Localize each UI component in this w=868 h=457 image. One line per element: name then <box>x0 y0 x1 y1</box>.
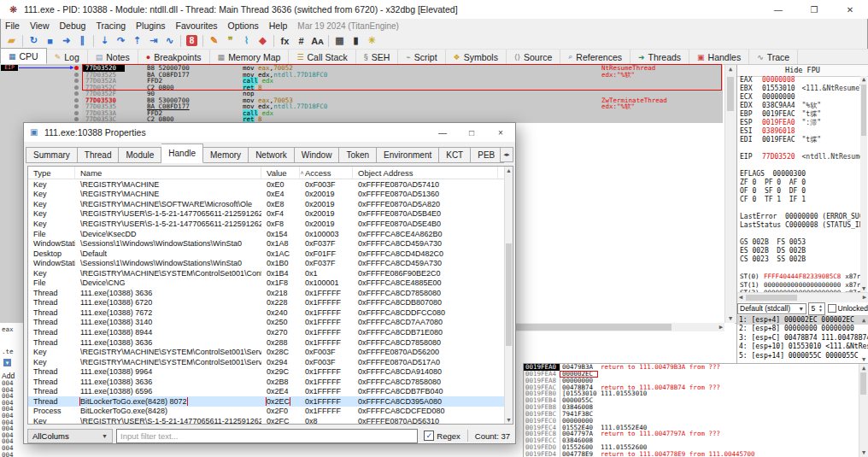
argument-row[interactable]: 4: [esp+10] 01553010 <111.&NtResumeThre <box>737 343 868 351</box>
menu-item-help[interactable]: Help <box>264 19 293 32</box>
dialog-tab-summary[interactable]: Summary <box>26 147 78 163</box>
hide-fpu-button[interactable]: Hide FPU <box>737 65 868 77</box>
table-row[interactable]: Thread111.exe(10388) 31400x2500x1FFFFF0x… <box>28 318 513 328</box>
table-row[interactable]: WindowStation\Sessions\1\Windows\WindowS… <box>28 258 513 268</box>
column-header-type[interactable]: Type <box>28 167 75 179</box>
tab-call-stack[interactable]: ☰Call Stack <box>289 50 355 64</box>
run-icon[interactable]: ➜ <box>58 34 74 48</box>
menu-item-view[interactable]: View <box>25 19 55 32</box>
stack-row[interactable]: 0019FED4004778E9return to 111.004778E9 f… <box>524 451 868 457</box>
table-row[interactable]: Key\REGISTRY\MACHINE\SYSTEM\ControlSet00… <box>28 357 513 367</box>
breakpoint-dot[interactable] <box>74 111 79 115</box>
unlocked-checkbox-box[interactable] <box>828 304 836 313</box>
tab-references[interactable]: ⌕References <box>560 50 630 64</box>
animate-icon[interactable]: ∿ <box>161 34 178 48</box>
step-over-icon[interactable]: ↷ <box>113 34 129 48</box>
dialog-tab-handle[interactable]: Handle <box>161 144 203 163</box>
tab-cpu[interactable]: ▦CPU <box>0 48 47 64</box>
pause-icon[interactable]: ∥ <box>74 34 91 48</box>
breakpoint-dot[interactable] <box>74 73 79 77</box>
table-row[interactable]: Key\REGISTRY\MACHINE\SYSTEM\ControlSet00… <box>28 347 513 357</box>
table-row[interactable]: Thread111.exe(10388) 36360x2B80x1FFFFF0x… <box>28 377 513 387</box>
menu-item-file[interactable]: File <box>0 19 25 32</box>
breakpoint-count-icon[interactable]: 8 <box>184 34 200 48</box>
table-row[interactable]: Key\REGISTRY\MACHINE\SOFTWARE\Microsoft\… <box>28 199 513 209</box>
highlight-icon[interactable]: ⌇ <box>238 34 255 48</box>
register-row-edx[interactable]: EDX038C9AA4"%软" <box>737 102 861 110</box>
argument-row[interactable]: 2: [esp+8] 00000000 00000000 <box>737 325 868 333</box>
open-file-icon[interactable]: ▰ <box>3 34 20 48</box>
column-header-object-address[interactable]: Object Address <box>353 167 498 179</box>
table-row[interactable]: Thread111.exe(10388) 36360x2180x1FFFFF0x… <box>28 288 513 298</box>
breakpoint-dot[interactable] <box>74 91 79 96</box>
tab-scroll-arrows[interactable]: ◂▸ <box>500 147 513 162</box>
table-row[interactable]: Thread111.exe(10388) 99640x29C0x1FFFFF0x… <box>28 366 513 377</box>
step-into-icon[interactable]: ⇣ <box>97 34 113 48</box>
dialog-tab-memory[interactable]: Memory <box>203 147 249 163</box>
table-row[interactable]: Thread111.exe(10388) 67200x2280x1FFFFF0x… <box>28 298 513 308</box>
register-row-ebp[interactable]: EBP0019FEAC"t堞" <box>737 110 861 119</box>
stack-pane[interactable]: 0019FEA000479B3Areturn to 111.00479B3A f… <box>523 363 868 457</box>
disasm-row[interactable]: 77D0352CC2 0800ret 8 <box>82 85 723 91</box>
breakpoint-dot[interactable] <box>74 98 79 103</box>
register-row-esi[interactable]: ESI03896018 <box>737 127 861 136</box>
table-row[interactable]: Thread111.exe(10388) 89440x2700x1FFFFF0x… <box>28 327 513 337</box>
table-row[interactable]: Key\REGISTRY\USER\S-1-5-21-1477065611-21… <box>28 219 513 229</box>
hash-icon[interactable]: # <box>293 34 309 48</box>
table-vscrollbar[interactable]: ▲▼ <box>504 167 513 424</box>
filter-input[interactable] <box>116 429 418 443</box>
argument-row[interactable]: 3: [esp+C] 00478B74 111.00478B74 <box>737 334 868 343</box>
table-row[interactable]: Key\REGISTRY\USER\S-1-5-21-1477065611-21… <box>28 209 513 220</box>
dialog-tab-network[interactable]: Network <box>249 147 295 163</box>
comment-icon[interactable]: ❞ <box>222 34 238 48</box>
disassembly-vscrollbar[interactable]: ▲▼ <box>724 65 736 323</box>
tab-trace[interactable]: ∿Trace <box>749 50 798 64</box>
tab-log[interactable]: ✎Log <box>47 50 88 64</box>
restore-button[interactable]: ❐ <box>796 0 832 19</box>
breakpoint-dot[interactable] <box>74 79 79 83</box>
column-header-access[interactable]: Access <box>300 167 353 179</box>
register-row-esp[interactable]: ESP0019FEA0":滞" <box>737 119 861 127</box>
patch-icon[interactable]: ✎ <box>206 34 222 48</box>
tab-memory-map[interactable]: ▦Memory Map <box>210 50 290 64</box>
tab-notes[interactable]: ▤Notes <box>88 50 138 64</box>
tab-script[interactable]: ⌁Script <box>398 50 445 64</box>
tab-handles[interactable]: ▣Handles <box>689 50 749 64</box>
dump-toolbar-icon[interactable]: ▾ <box>3 359 11 366</box>
dialog-maximize-button[interactable]: □ <box>457 123 486 142</box>
restart-icon[interactable]: ↻ <box>26 34 42 48</box>
tab-breakpoints[interactable]: ●Breakpoints <box>138 50 210 64</box>
argument-row[interactable]: 1: [esp+4] 000002EC 000002EC <box>737 316 868 325</box>
breakpoint-dot[interactable] <box>74 117 79 121</box>
calling-convention-select[interactable]: Default (stdcall)▼ <box>737 303 806 314</box>
table-row[interactable]: Key\REGISTRY\MACHINE0xE40x200190xFFFFE08… <box>28 190 513 200</box>
register-row-edi[interactable]: EDI0019FEAC"t堞" <box>737 136 861 144</box>
disasm-row[interactable]: 77D0353AFFD2call edx <box>82 110 723 117</box>
menu-item-debug[interactable]: Debug <box>55 19 91 32</box>
disasm-row[interactable]: 77D03525BA C08FD177mov edx,ntdll.77D18FC… <box>82 72 723 79</box>
register-row-eip[interactable]: EIP77D03520<ntdll.NtResumeThread> <box>737 153 861 161</box>
close-button[interactable]: ✕ <box>832 0 868 19</box>
disasm-row[interactable]: 77D03535BA C08FD177mov edx,ntdll.77D18FC… <box>82 103 723 110</box>
filter-column-select[interactable]: AllColums▼ <box>27 429 113 443</box>
table-row[interactable]: File\Device\KsecDD0x1540x1000030xFFFFCA8… <box>28 229 513 239</box>
register-row-ebx[interactable]: EBX01553010<111.&NtResumeThread> <box>737 85 861 93</box>
bulb-icon[interactable]: ☀ <box>364 34 380 48</box>
breakpoint-dot[interactable] <box>74 104 79 108</box>
table-row[interactable]: Thread111.exe(10388) 36360x2880x1FFFFF0x… <box>28 337 513 348</box>
dialog-titlebar[interactable]: ▣ 111.exe:10388 Properties — □ × <box>24 123 515 142</box>
tab-symbols[interactable]: ❖Symbols <box>446 50 507 64</box>
arguments-list[interactable]: ▲ ▼ 1: [esp+4] 000002EC 000002EC2: [esp+… <box>737 315 868 364</box>
minimize-button[interactable]: — <box>760 0 796 19</box>
dialog-tab-module[interactable]: Module <box>119 147 161 163</box>
run-to-user-code-icon[interactable]: ⇥ <box>145 34 161 48</box>
dialog-tab-token[interactable]: Token <box>339 147 377 163</box>
table-row[interactable]: Key\REGISTRY\USER\S-1-5-21-1477065611-21… <box>28 416 513 425</box>
dialog-tab-window[interactable]: Window <box>295 147 340 163</box>
table-row[interactable]: Thread111.exe(10388) 76720x2400x1FFFFF0x… <box>28 308 513 318</box>
stack-vscrollbar[interactable]: ▲▼ <box>859 364 868 457</box>
register-row-eax[interactable]: EAX00000008 <box>737 76 861 85</box>
dialog-close-button[interactable]: × <box>486 123 515 142</box>
case-icon[interactable]: Aᴀ <box>309 34 326 48</box>
dialog-tab-thread[interactable]: Thread <box>78 147 120 163</box>
